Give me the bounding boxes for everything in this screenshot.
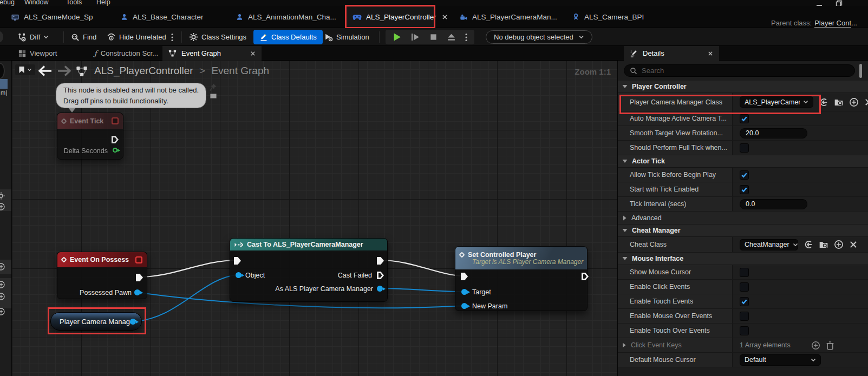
- close-icon[interactable]: [708, 51, 713, 56]
- menu-debug[interactable]: Debug: [0, 0, 15, 6]
- use-selected-asset-button[interactable]: [804, 240, 813, 249]
- exec-output-pin[interactable]: [112, 136, 119, 143]
- browse-asset-button[interactable]: [834, 97, 844, 107]
- node-cast-to-als-playercameramanager[interactable]: Cast To ALS_PlayerCameraManager Object C…: [230, 238, 388, 302]
- checkbox-unchecked[interactable]: [740, 326, 749, 335]
- row-advanced-expander[interactable]: Advanced: [618, 212, 868, 225]
- number-input[interactable]: 0.0: [740, 199, 807, 209]
- tab-als-playercontroller[interactable]: ALS_PlayerController: [347, 6, 434, 28]
- search-input[interactable]: [642, 67, 849, 75]
- section-player-controller[interactable]: Player Controller: [618, 81, 868, 93]
- hide-unrelated-button[interactable]: Hide Unrelated: [107, 30, 166, 44]
- checkbox-unchecked[interactable]: [740, 268, 749, 277]
- exec-output-pin[interactable]: [582, 273, 589, 280]
- tab-als-animationman[interactable]: ALS_AnimationMan_Cha...: [230, 6, 342, 28]
- node-event-tick[interactable]: Event Tick Delta Seconds: [57, 113, 123, 160]
- section-actor-tick[interactable]: Actor Tick: [618, 155, 868, 168]
- play-options-button[interactable]: [465, 33, 467, 42]
- plus-circle-icon[interactable]: [0, 262, 5, 271]
- breadcrumb-root[interactable]: ALS_PlayerController: [94, 65, 193, 76]
- node-event-on-possess[interactable]: Event On Possess Possessed Pawn: [57, 252, 147, 299]
- variable-output-pin[interactable]: [130, 319, 136, 325]
- menu-tools[interactable]: Tools: [66, 0, 82, 6]
- checkbox-checked[interactable]: [740, 170, 749, 180]
- add-element-button[interactable]: [834, 240, 844, 249]
- number-input[interactable]: 20.0: [740, 128, 807, 138]
- eject-button[interactable]: [447, 32, 456, 42]
- tab-event-graph[interactable]: Event Graph: [162, 46, 262, 61]
- find-button[interactable]: Find: [71, 30, 96, 44]
- player-camera-manager-class-dropdown[interactable]: ALS_PlayerCameraI: [740, 96, 813, 108]
- back-arrow-button[interactable]: [38, 65, 52, 76]
- gear-icon[interactable]: [0, 192, 5, 200]
- checkbox-checked[interactable]: [740, 297, 749, 306]
- default-mouse-cursor-dropdown[interactable]: Default: [740, 354, 821, 366]
- tab-als-gamemode[interactable]: ALS_GameMode_Sp: [5, 6, 99, 28]
- tab-close-button[interactable]: [436, 6, 453, 28]
- checkbox-checked[interactable]: [740, 114, 749, 123]
- pin-icon[interactable]: [210, 83, 217, 91]
- clear-button[interactable]: [849, 240, 858, 249]
- add-element-button[interactable]: [849, 97, 859, 107]
- event-graph-canvas[interactable]: ALS_PlayerController > Event Graph Zoom …: [12, 61, 617, 376]
- tab-als-base-character[interactable]: ALS_Base_Character: [115, 6, 209, 28]
- checkbox-unchecked[interactable]: [740, 143, 749, 153]
- frame-skip-button[interactable]: [411, 32, 420, 42]
- close-icon[interactable]: [250, 51, 256, 56]
- checkbox-unchecked[interactable]: [740, 282, 749, 292]
- tab-viewport[interactable]: Viewport: [12, 46, 63, 61]
- stop-button[interactable]: [429, 33, 438, 41]
- object-pin[interactable]: [236, 272, 242, 278]
- scrollbar-thumb[interactable]: [859, 64, 862, 78]
- diff-button[interactable]: Diff: [17, 30, 49, 44]
- exec-output-pin[interactable]: [377, 257, 384, 265]
- exec-input-pin[interactable]: [234, 257, 241, 265]
- checkbox-unchecked[interactable]: [740, 312, 749, 321]
- tab-als-playercameraman[interactable]: ALS_PlayerCameraMan...: [454, 6, 563, 28]
- plus-circle-icon[interactable]: [0, 202, 5, 211]
- parent-class-link[interactable]: Player Cont: [814, 19, 851, 28]
- plus-circle-icon[interactable]: [0, 280, 5, 289]
- menu-window[interactable]: Window: [24, 0, 48, 6]
- clear-button[interactable]: [864, 98, 868, 107]
- cheat-class-dropdown[interactable]: CheatManager: [740, 239, 798, 250]
- clear-array-button[interactable]: [826, 341, 834, 350]
- exec-input-pin[interactable]: [461, 273, 468, 280]
- plus-circle-icon[interactable]: [0, 292, 5, 301]
- new-param-pin[interactable]: [461, 303, 467, 309]
- possessed-pawn-pin[interactable]: [134, 289, 140, 295]
- section-cheat-manager[interactable]: Cheat Manager: [618, 225, 868, 237]
- add-array-element-button[interactable]: [811, 341, 820, 350]
- forward-arrow-button[interactable]: [57, 65, 71, 76]
- bookmarks-button[interactable]: [15, 64, 35, 75]
- tab-als-camera-bpi[interactable]: ALS_Camera_BPI: [566, 6, 649, 28]
- section-title: Cheat Manager: [632, 227, 681, 234]
- browse-asset-button[interactable]: [819, 240, 828, 249]
- target-pin[interactable]: [461, 289, 467, 295]
- play-button[interactable]: [393, 32, 402, 42]
- toolbar-options-button[interactable]: [171, 30, 173, 44]
- details-search-box[interactable]: [624, 64, 855, 77]
- simulation-button[interactable]: Simulation: [324, 30, 369, 44]
- section-mouse-interface[interactable]: Mouse Interface: [618, 253, 868, 265]
- exec-output-pin[interactable]: [136, 274, 143, 281]
- node-set-controlled-player[interactable]: Set Controlled Player Target is ALS Play…: [455, 246, 588, 311]
- debug-object-select[interactable]: No debug object selected: [486, 30, 592, 44]
- class-defaults-button[interactable]: Class Defaults: [253, 30, 323, 44]
- class-settings-button[interactable]: Class Settings: [189, 30, 246, 44]
- delta-seconds-pin[interactable]: [113, 148, 118, 153]
- checkbox-checked[interactable]: [740, 185, 749, 194]
- cast-failed-pin[interactable]: [377, 272, 384, 279]
- node-player-camera-manager-var[interactable]: Player Camera Manager: [50, 312, 142, 331]
- expand-arrow-icon[interactable]: [622, 342, 626, 348]
- viewport-icon: [18, 50, 26, 57]
- menu-help[interactable]: Help: [96, 0, 110, 6]
- tab-construction-script[interactable]: ƒ Construction Scr...: [88, 46, 164, 61]
- as-als-player-camera-manager-pin[interactable]: [377, 286, 383, 292]
- property-label: Auto Manage Active Camera T...: [618, 111, 733, 126]
- node-title: Event On Possess: [70, 256, 129, 263]
- use-selected-asset-button[interactable]: [819, 97, 828, 107]
- function-icon: [459, 252, 465, 258]
- tab-details[interactable]: Details: [624, 46, 719, 61]
- plus-circle-icon[interactable]: [0, 307, 5, 316]
